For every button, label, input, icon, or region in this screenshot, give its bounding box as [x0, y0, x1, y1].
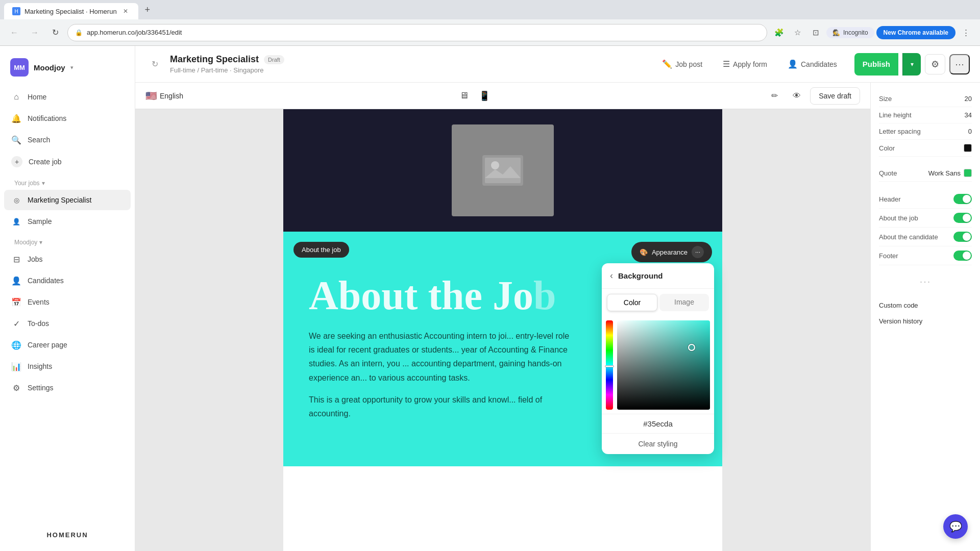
jobs-icon: ⊟	[11, 254, 21, 264]
new-chrome-button[interactable]: New Chrome available	[876, 26, 955, 39]
about-job-section: About the job 🎨 Appearance ···	[283, 232, 722, 466]
address-bar[interactable]: 🔒 app.homerun.co/job/336451/edit	[67, 24, 767, 41]
appearance-more-button[interactable]: ···	[692, 246, 704, 258]
quote-label: Quote	[879, 169, 897, 177]
mobile-view-button[interactable]: 📱	[475, 87, 494, 105]
color-picker-popup: ‹ Background Color Image	[602, 263, 714, 454]
canvas[interactable]: About the job 🎨 Appearance ···	[135, 109, 870, 551]
moodjoy-label: Moodjoy	[14, 239, 37, 246]
custom-code-link[interactable]: Custom code	[879, 297, 972, 313]
hero-placeholder-svg	[482, 155, 523, 186]
chat-button[interactable]: 💬	[943, 514, 968, 539]
letter-spacing-value[interactable]: 0	[968, 128, 972, 135]
topbar-more-button[interactable]: ⋯	[949, 54, 970, 74]
appearance-button[interactable]: 🎨 Appearance ···	[631, 242, 712, 262]
topbar-settings-button[interactable]: ⚙	[925, 54, 945, 74]
sidebar-item-search[interactable]: 🔍 Search	[4, 130, 131, 150]
header-toggle[interactable]	[953, 194, 972, 204]
job-title: Marketing Specialist Draft	[170, 54, 645, 65]
tab-close-button[interactable]: ✕	[121, 7, 130, 16]
editor-actions: ✏ 👁 Save draft	[765, 87, 860, 105]
section-label: About the job	[293, 242, 349, 258]
letter-spacing-label: Letter spacing	[879, 128, 921, 135]
darkness-overlay	[617, 320, 710, 410]
appearance-label: Appearance	[652, 248, 688, 256]
quote-color-swatch[interactable]	[964, 169, 972, 177]
language-selector[interactable]: 🇺🇸 English	[145, 90, 183, 102]
panel-gap4	[879, 289, 972, 297]
preview-button[interactable]: 👁	[788, 87, 806, 105]
extensions-button[interactable]: 🧩	[771, 24, 788, 41]
panel-row-footer: Footer	[879, 246, 972, 265]
about-candidate-toggle[interactable]	[953, 232, 972, 242]
sidebar-item-marketing-specialist[interactable]: ◎ Marketing Specialist	[4, 190, 131, 210]
color-picker-thumb[interactable]	[688, 344, 695, 351]
nav-apply-form[interactable]: ☰ Apply form	[714, 55, 776, 73]
sidebar-item-create-job[interactable]: + Create job	[4, 151, 131, 172]
size-value[interactable]: 20	[965, 95, 972, 103]
sidebar-item-label: Marketing Specialist	[28, 196, 91, 204]
quote-font-value[interactable]: Work Sans	[928, 169, 961, 177]
svg-point-2	[491, 161, 499, 169]
section-body: We are seeking an enthusiastic Accountin…	[309, 329, 574, 420]
sidebar-item-sample[interactable]: 👤 Sample	[4, 211, 131, 232]
color-swatch[interactable]	[964, 144, 972, 152]
home-icon: ⌂	[11, 92, 21, 102]
search-icon: 🔍	[11, 135, 21, 145]
homerun-logo: HOMERUN	[10, 531, 125, 539]
split-view-button[interactable]: ⊡	[808, 24, 824, 41]
desktop-view-button[interactable]: 🖥	[455, 87, 473, 105]
popup-tab-color[interactable]: Color	[607, 294, 657, 311]
sidebar-item-jobs[interactable]: ⊟ Jobs	[4, 249, 131, 269]
sidebar-item-label: Candidates	[28, 277, 64, 285]
sidebar-item-notifications[interactable]: 🔔 Notifications	[4, 108, 131, 129]
sidebar-item-label: Career page	[28, 341, 67, 349]
forward-button[interactable]: →	[27, 24, 43, 41]
about-job-toggle[interactable]	[953, 213, 972, 223]
back-button[interactable]: ←	[6, 24, 22, 41]
line-height-value[interactable]: 34	[965, 111, 972, 119]
incognito-icon: 🕵	[832, 29, 840, 36]
nav-candidates[interactable]: 👤 Candidates	[778, 55, 846, 73]
org-chevron-icon[interactable]: ▾	[70, 64, 74, 71]
footer-toggle[interactable]	[953, 251, 972, 261]
sidebar-item-home[interactable]: ⌂ Home	[4, 87, 131, 107]
popup-back-button[interactable]: ‹	[610, 270, 613, 281]
incognito-button[interactable]: 🕵 Incognito	[826, 27, 874, 38]
sidebar-item-todos[interactable]: ✓ To-dos	[4, 313, 131, 334]
clear-styling-button[interactable]: Clear styling	[602, 433, 714, 454]
sidebar-item-events[interactable]: 📅 Events	[4, 292, 131, 312]
about-candidate-toggle-thumb	[963, 233, 971, 241]
color-hex-input[interactable]: #35ecda	[602, 414, 714, 433]
publish-dropdown-button[interactable]: ▾	[902, 53, 921, 76]
save-draft-button[interactable]: Save draft	[810, 87, 860, 105]
sidebar-item-settings[interactable]: ⚙ Settings	[4, 378, 131, 398]
nav-candidates-label: Candidates	[801, 60, 837, 68]
saturation-lightness-area[interactable]	[617, 320, 710, 410]
sidebar-item-candidates[interactable]: 👤 Candidates	[4, 270, 131, 291]
popup-tab-image[interactable]: Image	[659, 294, 709, 311]
sidebar-item-career-page[interactable]: 🌐 Career page	[4, 335, 131, 355]
sync-button[interactable]: ↻	[148, 57, 162, 71]
browser-tab-active[interactable]: H Marketing Specialist · Homerun ✕	[4, 3, 138, 19]
draft-badge: Draft	[264, 55, 284, 64]
sidebar-item-insights[interactable]: 📊 Insights	[4, 356, 131, 377]
hue-indicator	[605, 365, 614, 367]
todos-icon: ✓	[11, 318, 21, 329]
more-options-dots[interactable]: ···	[879, 273, 972, 289]
version-history-link[interactable]: Version history	[879, 313, 972, 329]
edit-pen-button[interactable]: ✏	[765, 87, 783, 105]
hero-image-placeholder	[452, 124, 554, 216]
about-job-toggle-thumb	[963, 214, 971, 222]
nav-job-post[interactable]: ✏️ Job post	[653, 55, 712, 73]
hue-bar[interactable]	[606, 320, 613, 410]
new-tab-button[interactable]: +	[140, 3, 155, 17]
more-dots-icon: ⋯	[955, 59, 964, 70]
menu-button[interactable]: ⋮	[958, 24, 974, 41]
reload-button[interactable]: ↻	[47, 24, 63, 41]
footer-toggle-thumb	[963, 252, 971, 260]
sidebar-item-label: Sample	[28, 217, 52, 226]
popup-header: ‹ Background	[602, 263, 714, 289]
bookmark-button[interactable]: ☆	[790, 24, 806, 41]
publish-button[interactable]: Publish	[854, 53, 898, 76]
